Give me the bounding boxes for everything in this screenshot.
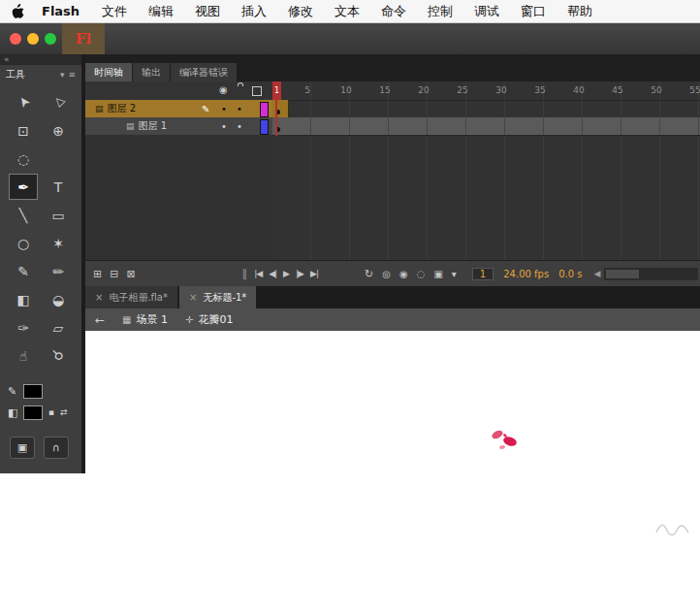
step-forward-button[interactable]: |▶ [296,269,303,278]
timeline-divider-handle[interactable]: ∥ [242,268,248,280]
modify-markers-button[interactable]: ▾ [452,269,457,279]
chevron-down-icon[interactable]: ▾ [60,70,65,80]
new-folder-button[interactable]: ⊟ [110,268,118,280]
ink-bottle-tool[interactable]: ◒ [44,286,73,312]
symbol-icon: ✛ [185,314,193,325]
menu-app-name[interactable]: Flash [36,4,85,18]
layer-lock-dot[interactable]: • [237,121,242,132]
menu-modify[interactable]: 修改 [277,3,324,20]
tool-options: ▣ ∩ [0,437,81,459]
layer-outline-color-chip[interactable] [260,119,269,135]
layer1-frames-row[interactable] [272,117,700,136]
menu-view[interactable]: 视图 [184,3,231,20]
stroke-color-swatch[interactable] [23,384,43,399]
menu-edit[interactable]: 编辑 [138,3,184,20]
timeline-scrollbar[interactable] [604,268,698,280]
layer2-frames-row[interactable] [272,100,700,118]
oval-tool[interactable]: ○ [9,230,38,256]
breadcrumb-symbol[interactable]: 花瓣01 [198,312,233,327]
playhead-marker[interactable]: 1 [272,81,281,100]
document-tab-album[interactable]: × 电子相册.fla* [85,286,177,308]
paint-bucket-tool[interactable]: ◧ [9,286,38,312]
go-to-first-frame-button[interactable]: |◀ [254,269,262,278]
show-hide-layers-icon[interactable]: ◉ [219,84,228,95]
layer-type-icon: ▤ [95,104,104,113]
minimize-window-button[interactable] [27,33,39,45]
line-tool[interactable]: ╲ [9,202,38,228]
zoom-tool[interactable]: ⚲ [39,336,78,374]
menu-window[interactable]: 窗口 [510,3,557,20]
layer-name[interactable]: 图层 2 [108,102,137,115]
play-button[interactable]: ▶ [283,269,289,278]
menu-commands[interactable]: 命令 [370,3,417,20]
layer-row-layer2[interactable]: ▤ 图层 2 ✎ • • [85,100,272,117]
menu-text[interactable]: 文本 [324,3,370,20]
fill-color-swatch[interactable] [23,405,43,420]
pen-tool[interactable]: ✒ [9,174,38,200]
layer-visibility-dot[interactable]: • [221,104,227,114]
menu-debug[interactable]: 调试 [463,3,510,20]
document-tab-label[interactable]: 无标题-1* [203,291,246,305]
scrollbar-thumb[interactable] [606,270,639,278]
center-frame-button[interactable]: ◎ [382,269,391,279]
layer-outline-color-chip[interactable] [260,102,269,117]
step-back-button[interactable]: ◀| [269,269,276,278]
polystar-tool[interactable]: ✶ [44,230,73,256]
frame-rate-field[interactable]: 24.00 fps [503,269,549,279]
snap-to-objects-button[interactable]: ∩ [44,437,69,459]
onion-skin-outlines-button[interactable]: ◌ [417,269,426,279]
pencil-tool[interactable]: ✎ [9,258,38,284]
playhead-line[interactable] [275,100,277,136]
layer-lock-dot[interactable]: • [237,104,242,114]
tab-compiler-errors[interactable]: 编译器错误 [171,63,237,81]
text-tool[interactable]: T [44,174,73,200]
close-icon[interactable]: × [95,292,103,303]
onion-skin-button[interactable]: ◉ [399,269,408,279]
menu-file[interactable]: 文件 [91,3,138,20]
new-layer-button[interactable]: ⊞ [93,268,102,280]
tab-output[interactable]: 输出 [133,63,170,81]
edit-multiple-frames-button[interactable]: ▣ [433,269,442,279]
subselection-tool[interactable]: ▷ [39,82,78,121]
layer-row-layer1[interactable]: ▤ 图层 1 • • [85,117,272,135]
swap-colors-icon[interactable]: ⇄ [60,407,68,417]
fill-color-icon: ◧ [8,406,21,419]
stage-canvas[interactable] [85,331,700,616]
brush-tool[interactable]: ✏ [44,258,73,284]
lasso-tool[interactable]: ◌ [9,146,38,172]
outline-layers-icon[interactable] [252,86,262,96]
object-drawing-button[interactable]: ▣ [10,437,35,459]
breadcrumb-scene[interactable]: 场景 1 [137,312,169,327]
apple-menu-icon[interactable] [12,4,24,18]
zoom-window-button[interactable] [45,33,56,45]
scroll-left-arrow[interactable]: ◀ [593,269,600,278]
layer1-frame-span[interactable] [272,117,700,135]
stroke-artwork[interactable] [653,520,692,539]
tab-timeline[interactable]: 时间轴 [85,63,132,81]
free-transform-tool[interactable]: ⊡ [9,117,38,144]
document-tab-label[interactable]: 电子相册.fla* [109,291,168,305]
frame-ruler[interactable]: 5 10 15 20 25 30 35 40 45 50 55 1 [272,81,700,101]
eyedropper-tool[interactable]: ✑ [9,314,38,340]
menu-control[interactable]: 控制 [417,3,463,20]
menu-insert[interactable]: 插入 [231,3,277,20]
close-icon[interactable]: × [189,292,197,303]
collapse-panel-button[interactable]: « [0,54,81,65]
close-window-button[interactable] [10,33,21,45]
current-frame-field[interactable]: 1 [472,268,493,280]
go-to-last-frame-button[interactable]: ▶| [310,269,318,278]
default-colors-icon[interactable]: ▪ [48,407,54,417]
panel-menu-icon[interactable]: ≡ [68,70,76,80]
back-button[interactable]: ← [95,313,105,327]
petal-artwork[interactable] [485,425,527,456]
hand-tool[interactable]: ☝ [9,342,38,369]
loop-button[interactable]: ↻ [365,268,373,280]
rectangle-tool[interactable]: ▭ [44,202,73,228]
delete-layer-button[interactable]: ⊠ [126,268,135,280]
menu-help[interactable]: 帮助 [557,3,603,20]
frames-grid[interactable]: 5 10 15 20 25 30 35 40 45 50 55 1 [272,81,700,260]
layer-name[interactable]: 图层 1 [139,119,168,133]
selection-tool[interactable]: ➤ [4,82,42,121]
document-tab-untitled[interactable]: × 无标题-1* [179,286,256,308]
layer-visibility-dot[interactable]: • [221,121,227,132]
